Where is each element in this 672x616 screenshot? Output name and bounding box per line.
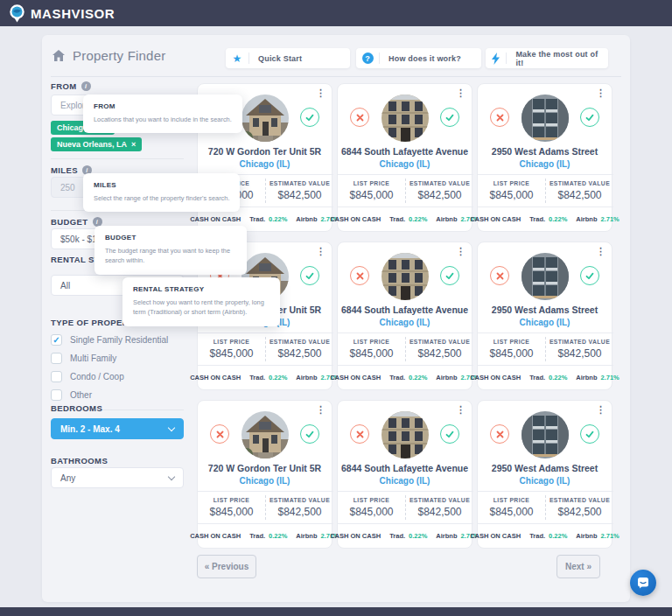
remove-tag-icon[interactable]: × (131, 140, 136, 149)
airbnb-coc-value: 2.71% (601, 374, 620, 382)
brand-logo[interactable]: MASHVISOR (9, 4, 115, 23)
brand-text: MASHVISOR (31, 6, 115, 21)
property-card: ⋮ 720 W Gordon Ter Unit 5R Chicago (IL) … (197, 400, 332, 549)
tooltip-from: FROM Locations that you want to include … (83, 94, 242, 133)
reject-property-icon[interactable] (350, 108, 369, 127)
property-city-link[interactable]: Chicago (IL) (341, 159, 468, 169)
property-photo[interactable] (242, 94, 289, 142)
property-city-link[interactable]: Chicago (IL) (341, 476, 468, 486)
price-table: LIST PRICE $845,000 ESTIMATED VALUE $842… (478, 491, 613, 524)
accept-property-icon[interactable] (580, 266, 599, 285)
bedrooms-select[interactable]: Min. 2 - Max. 4 (51, 418, 184, 439)
property-photo[interactable] (522, 411, 569, 458)
kebab-menu-icon[interactable]: ⋮ (456, 247, 466, 256)
estimated-value-value: $842,500 (546, 347, 613, 360)
property-type-option[interactable]: Condo / Coop (51, 368, 168, 386)
reject-property-icon[interactable] (490, 424, 509, 444)
accept-property-icon[interactable] (580, 108, 599, 127)
checkbox-icon[interactable] (51, 353, 62, 364)
property-type-option[interactable]: Other (51, 386, 168, 404)
property-city-link[interactable]: Chicago (IL) (481, 159, 608, 169)
kebab-menu-icon[interactable]: ⋮ (456, 88, 466, 98)
airbnb-coc-value: 2.71% (601, 215, 620, 223)
list-price-value: $845,000 (338, 506, 405, 518)
estimated-value-value: $842,500 (406, 189, 473, 201)
property-address[interactable]: 6844 South Lafayette Avenue (341, 463, 468, 473)
quick-start-button[interactable]: ★ Quick Start (226, 48, 350, 68)
property-address[interactable]: 2950 West Adams Street (481, 146, 608, 157)
kebab-menu-icon[interactable]: ⋮ (596, 405, 606, 415)
estimated-value-label: ESTIMATED VALUE (266, 497, 333, 503)
property-photo[interactable] (382, 94, 429, 142)
property-city-link[interactable]: Chicago (IL) (341, 318, 468, 327)
reject-property-icon[interactable] (350, 266, 369, 285)
list-price-value: $845,000 (198, 347, 265, 360)
chevron-down-icon (168, 424, 175, 430)
checkbox-icon[interactable] (51, 389, 62, 401)
list-price-label: LIST PRICE (478, 497, 545, 503)
chat-bubble-button[interactable] (630, 570, 656, 596)
property-city-link[interactable]: Chicago (IL) (201, 159, 328, 169)
property-address[interactable]: 720 W Gordon Ter Unit 5R (201, 463, 328, 473)
top-navbar: MASHVISOR (0, 0, 672, 26)
property-type-option[interactable]: Multi Family (51, 349, 168, 368)
mashvisor-app: MASHVISOR Property Finder ★ Quick Start … (0, 0, 672, 616)
kebab-menu-icon[interactable]: ⋮ (596, 247, 606, 256)
kebab-menu-icon[interactable]: ⋮ (316, 247, 326, 256)
property-photo[interactable] (242, 411, 289, 458)
kebab-menu-icon[interactable]: ⋮ (456, 405, 466, 415)
kebab-menu-icon[interactable]: ⋮ (596, 88, 606, 98)
property-address[interactable]: 2950 West Adams Street (481, 304, 608, 315)
property-address[interactable]: 6844 South Lafayette Avenue (341, 304, 468, 315)
accept-property-icon[interactable] (440, 108, 459, 127)
accept-property-icon[interactable] (300, 424, 319, 444)
list-price-value: $845,000 (198, 506, 265, 518)
property-type-option-label: Other (70, 390, 92, 400)
kebab-menu-icon[interactable]: ⋮ (316, 88, 326, 98)
accept-property-icon[interactable] (300, 108, 319, 127)
property-card: ⋮ 6844 South Lafayette Avenue Chicago (I… (337, 400, 472, 549)
checkbox-icon[interactable]: ✓ (51, 334, 62, 346)
estimated-value-value: $842,500 (406, 347, 473, 360)
reject-property-icon[interactable] (350, 424, 369, 444)
list-price-label: LIST PRICE (338, 497, 405, 503)
property-photo[interactable] (382, 253, 429, 300)
info-icon[interactable]: i (81, 81, 91, 91)
list-price-label: LIST PRICE (198, 339, 265, 345)
how-does-it-work-button[interactable]: ? How does it work? (356, 48, 481, 68)
bathrooms-select[interactable]: Any (51, 467, 184, 488)
make-the-most-button[interactable]: Make the most out of it! (486, 48, 608, 68)
property-photo[interactable] (522, 94, 569, 142)
accept-property-icon[interactable] (440, 266, 459, 285)
accept-property-icon[interactable] (440, 424, 459, 444)
property-photo[interactable] (522, 253, 569, 300)
property-city-link[interactable]: Chicago (IL) (481, 318, 608, 327)
property-address[interactable]: 6844 South Lafayette Avenue (341, 146, 468, 157)
previous-page-button[interactable]: « Previous (197, 555, 256, 578)
property-address[interactable]: 2950 West Adams Street (481, 463, 608, 473)
property-city-link[interactable]: Chicago (IL) (201, 476, 328, 486)
property-type-options: ✓Single Family ResidentialMulti FamilyCo… (51, 331, 168, 404)
reject-property-icon[interactable] (490, 108, 509, 127)
price-table: LIST PRICE $845,000 ESTIMATED VALUE $842… (338, 174, 473, 207)
next-page-button[interactable]: Next » (556, 555, 600, 578)
mashvisor-pin-icon (9, 4, 25, 23)
property-photo[interactable] (382, 411, 429, 458)
checkbox-icon[interactable] (51, 371, 62, 382)
property-address[interactable]: 720 W Gordon Ter Unit 5R (201, 146, 328, 157)
chevron-down-icon (168, 472, 175, 480)
property-type-option[interactable]: ✓Single Family Residential (51, 331, 168, 349)
price-table: LIST PRICE $845,000 ESTIMATED VALUE $842… (338, 332, 473, 366)
property-card: ⋮ 6844 South Lafayette Avenue Chicago (I… (337, 83, 472, 232)
estimated-value-label: ESTIMATED VALUE (406, 180, 473, 186)
price-table: LIST PRICE $845,000 ESTIMATED VALUE $842… (338, 491, 473, 524)
kebab-menu-icon[interactable]: ⋮ (316, 405, 326, 415)
reject-property-icon[interactable] (490, 266, 509, 285)
reject-property-icon[interactable] (210, 424, 229, 444)
property-city-link[interactable]: Chicago (IL) (481, 476, 608, 486)
location-tag[interactable]: Nueva Orleans, LA × (51, 137, 142, 151)
accept-property-icon[interactable] (300, 266, 319, 285)
bathrooms-label: BATHROOMS (51, 456, 108, 466)
price-table: LIST PRICE $845,000 ESTIMATED VALUE $842… (198, 332, 333, 366)
accept-property-icon[interactable] (580, 424, 599, 444)
